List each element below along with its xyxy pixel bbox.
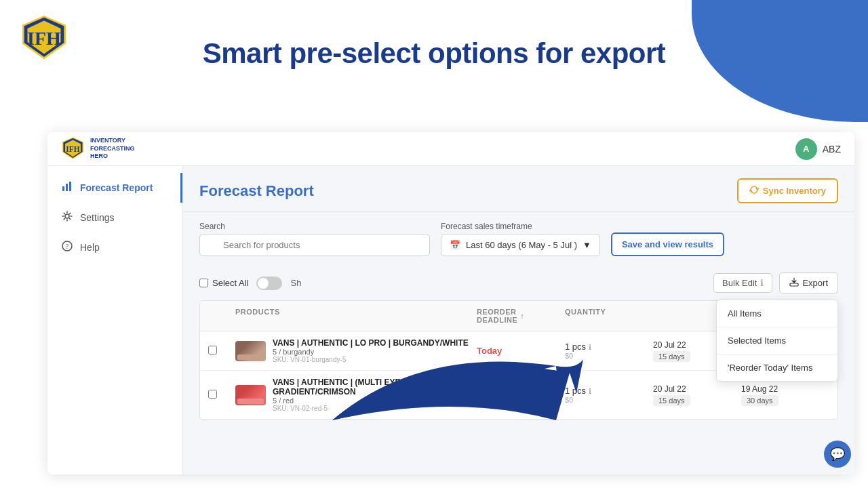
row2-product: VANS | AUTHENTIC | (MULTI EYELETS) | GRA… [235, 378, 477, 412]
sidebar-item-settings[interactable]: Settings [47, 203, 182, 232]
user-name: ABZ [823, 144, 841, 155]
help-icon: ? [61, 241, 73, 254]
row1-product-variant: 5 / burgandy [273, 348, 469, 356]
row2-product-variant: 5 / red [273, 396, 477, 405]
row1-product-name: VANS | AUTHENTIC | LO PRO | BURGANDY/WHI… [273, 338, 469, 348]
toolbar-right: Bulk Edit ℹ Export All [713, 272, 838, 293]
bulk-edit-button[interactable]: Bulk Edit ℹ [713, 273, 772, 293]
row2-product-image [235, 385, 266, 405]
app-window: IFH INVENTORY FORECASTING HERO A ABZ For… [47, 132, 854, 474]
row2-product-sku: SKU: VN-02-red-5 [273, 405, 477, 412]
row2-qty-price: $0 [565, 396, 653, 404]
app-body: Forecast Report Settings ? Help Forecast… [47, 166, 854, 474]
user-area: A ABZ [795, 138, 841, 160]
app-logo-text: INVENTORY FORECASTING HERO [90, 137, 135, 161]
toggle-switch[interactable] [256, 277, 282, 290]
row2-days1: 15 days [653, 395, 690, 406]
page-title: Forecast Report [199, 182, 314, 200]
logo-top: IFH [20, 14, 68, 64]
export-icon [789, 277, 799, 289]
calendar-icon: 📅 [450, 240, 460, 250]
search-group: Search 🔍 [199, 222, 430, 256]
row1-days1: 15 days [653, 351, 690, 362]
sidebar: Forecast Report Settings ? Help [47, 166, 183, 474]
chevron-down-icon: ▼ [583, 240, 591, 250]
chat-icon: 💬 [830, 447, 845, 462]
row2-checkbox-input[interactable] [208, 390, 217, 399]
blue-decoration [692, 0, 868, 122]
sidebar-help-label: Help [80, 242, 100, 253]
th-products: PRODUCTS [235, 308, 477, 324]
row2-qty-value: 1 pcs [565, 386, 586, 396]
svg-rect-7 [66, 184, 68, 191]
svg-text:?: ? [66, 243, 69, 250]
dropdown-all-items[interactable]: All Items [717, 300, 837, 327]
row2-date1: 20 Jul 22 15 days [653, 384, 741, 406]
search-label: Search [199, 222, 430, 231]
dropdown-selected-label: Selected Items [728, 336, 786, 346]
row2-reorder-deadline: Today [477, 390, 565, 400]
show-label: Sh [290, 278, 301, 288]
save-btn-label: Save and view results [622, 239, 713, 249]
row1-checkbox[interactable] [208, 345, 235, 357]
row1-product-info: VANS | AUTHENTIC | LO PRO | BURGANDY/WHI… [273, 338, 469, 363]
save-view-results-button[interactable]: Save and view results [611, 232, 724, 256]
app-logo-shield-icon: IFH [61, 137, 85, 161]
row2-date2-value: 19 Aug 22 [741, 384, 829, 394]
sync-icon [749, 185, 759, 197]
sync-btn-label: Sync Inventory [763, 186, 826, 196]
sync-inventory-button[interactable]: Sync Inventory [737, 178, 838, 203]
row1-checkbox-input[interactable] [208, 346, 217, 354]
sidebar-item-help[interactable]: ? Help [47, 232, 182, 262]
dropdown-reorder-label: 'Reorder Today' Items [728, 363, 812, 373]
bulk-edit-label: Bulk Edit [722, 278, 757, 288]
timeframe-group: Forecast sales timeframe 📅 Last 60 days … [441, 222, 600, 256]
svg-rect-8 [69, 182, 71, 191]
sidebar-forecast-label: Forecast Report [80, 182, 153, 193]
chat-button[interactable]: 💬 [824, 441, 851, 468]
forecast-report-icon [61, 181, 73, 195]
row2-qty: 1 pcs ℹ $0 [565, 386, 653, 404]
hero-section: IFH Smart pre-select options for export [0, 0, 868, 129]
th-quantity: QUANTITY [565, 308, 653, 324]
export-button[interactable]: Export [779, 272, 838, 293]
row2-date2: 19 Aug 22 30 days [741, 384, 829, 406]
row2-date1-value: 20 Jul 22 [653, 384, 741, 394]
app-header: IFH INVENTORY FORECASTING HERO A ABZ [47, 132, 854, 166]
timeframe-select[interactable]: 📅 Last 60 days (6 May - 5 Jul ) ▼ [441, 234, 600, 256]
sidebar-settings-label: Settings [80, 212, 115, 223]
row2-checkbox[interactable] [208, 389, 235, 401]
svg-text:IFH: IFH [66, 145, 79, 153]
row2-days2: 30 days [741, 395, 778, 406]
export-label: Export [802, 278, 828, 288]
dropdown-reorder-today-items[interactable]: 'Reorder Today' Items [717, 354, 837, 381]
gear-icon [61, 211, 73, 224]
content-header: Forecast Report Sync Inventory [183, 166, 854, 212]
sort-icon: ↑ [520, 312, 524, 320]
avatar[interactable]: A [795, 138, 817, 160]
row1-qty-price: $0 [565, 352, 653, 360]
row1-product-sku: SKU: VN-01-burgandy-5 [273, 356, 469, 363]
row1-qty-value: 1 pcs [565, 342, 586, 352]
th-checkbox [208, 308, 235, 324]
row2-product-info: VANS | AUTHENTIC | (MULTI EYELETS) | GRA… [273, 378, 477, 412]
sidebar-item-forecast-report[interactable]: Forecast Report [47, 173, 182, 203]
dropdown-selected-items[interactable]: Selected Items [717, 327, 837, 354]
row1-product: VANS | AUTHENTIC | LO PRO | BURGANDY/WHI… [235, 338, 477, 363]
filters-row: Search 🔍 Forecast sales timeframe 📅 Last… [183, 212, 854, 266]
info-icon-row2: ℹ [589, 387, 591, 395]
svg-rect-6 [62, 186, 64, 191]
row1-qty: 1 pcs ℹ $0 [565, 342, 653, 360]
svg-text:IFH: IFH [27, 28, 61, 49]
row1-reorder-deadline: Today [477, 346, 565, 356]
select-all-checkbox[interactable]: Select All [199, 278, 248, 288]
export-dropdown: All Items Selected Items 'Reorder Today'… [716, 300, 838, 382]
row1-product-image [235, 341, 266, 361]
export-container: Export All Items Selected Items 'Reord [779, 272, 838, 293]
search-wrap: 🔍 [199, 234, 430, 256]
table-toolbar: Select All Sh Bulk Edit ℹ [183, 266, 854, 300]
svg-point-9 [65, 214, 69, 218]
select-all-input[interactable] [199, 279, 208, 287]
search-input[interactable] [199, 234, 430, 256]
toggle-knob [258, 278, 269, 289]
